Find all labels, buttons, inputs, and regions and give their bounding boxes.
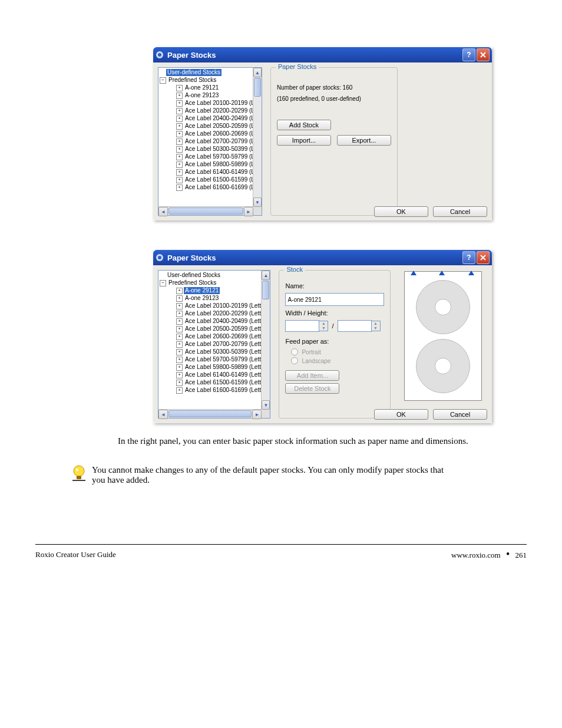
expand-icon[interactable]: + <box>176 185 183 191</box>
scroll-right-icon[interactable]: ► <box>252 410 262 419</box>
scroll-right-icon[interactable]: ► <box>244 207 253 216</box>
tree-predefined[interactable]: − Predefined Stocks <box>160 77 252 84</box>
tree-item[interactable]: +Ace Label 20200-20299 (Letter <box>160 107 252 115</box>
spin-down-icon[interactable]: ▼ <box>372 326 380 331</box>
scroll-thumb[interactable] <box>254 78 261 97</box>
expand-icon[interactable]: + <box>176 364 183 371</box>
tree-item[interactable]: +Ace Label 20100-20199 (Letter <box>160 302 260 310</box>
tree-item[interactable]: +A-one 29121 <box>160 287 260 295</box>
expand-icon[interactable]: + <box>176 318 183 325</box>
collapse-icon[interactable]: − <box>160 77 166 84</box>
expand-icon[interactable]: + <box>176 169 183 176</box>
expand-icon[interactable]: + <box>176 146 183 153</box>
tree-item[interactable]: +Ace Label 61400-61499 (Letter <box>160 371 260 379</box>
ok-button[interactable]: OK <box>374 409 428 420</box>
tree-item[interactable]: +Ace Label 50300-50399 (Letter <box>160 146 252 153</box>
expand-icon[interactable]: + <box>176 162 183 168</box>
add-stock-button[interactable]: Add Stock <box>277 120 331 130</box>
tree-predefined[interactable]: − Predefined Stocks <box>160 279 260 287</box>
tree-item[interactable]: +Ace Label 59800-59899 (Letter <box>160 161 252 169</box>
portrait-radio[interactable]: Portrait <box>291 348 384 355</box>
expand-icon[interactable]: + <box>176 93 183 99</box>
tree-item[interactable]: +Ace Label 20600-20699 (Letter <box>160 130 252 138</box>
stock-tree[interactable]: User-defined Stocks − Predefined Stocks … <box>158 270 270 419</box>
tree-item[interactable]: +Ace Label 61600-61699 (Letter <box>160 387 260 394</box>
expand-icon[interactable]: + <box>176 311 183 317</box>
scroll-up-icon[interactable]: ▲ <box>262 271 270 280</box>
expand-icon[interactable]: + <box>176 349 183 355</box>
tree-item[interactable]: +Ace Label 61500-61599 (Letter <box>160 379 260 387</box>
tree-item[interactable]: +Ace Label 20200-20299 (Letter <box>160 310 260 318</box>
expand-icon[interactable]: + <box>176 357 183 363</box>
tree-item[interactable]: +Ace Label 20500-20599 (Letter <box>160 325 260 333</box>
scroll-down-icon[interactable]: ▼ <box>262 400 270 410</box>
spin-up-icon[interactable]: ▲ <box>319 321 328 326</box>
spin-down-icon[interactable]: ▼ <box>319 326 328 331</box>
collapse-icon[interactable]: − <box>160 280 166 286</box>
tree-item[interactable]: +Ace Label 20400-20499 (Letter <box>160 318 260 325</box>
expand-icon[interactable]: + <box>176 116 183 122</box>
expand-icon[interactable]: + <box>176 177 183 183</box>
tree-item[interactable]: +Ace Label 61400-61499 (Letter <box>160 169 252 176</box>
import-button[interactable]: Import... <box>277 135 331 146</box>
expand-icon[interactable]: + <box>176 131 183 137</box>
horizontal-scrollbar[interactable]: ◄ ► <box>158 409 262 418</box>
expand-icon[interactable]: + <box>176 341 183 348</box>
horizontal-scrollbar[interactable]: ◄ ► <box>158 206 253 215</box>
tree-item[interactable]: +Ace Label 20700-20799 (Letter <box>160 341 260 348</box>
stock-tree[interactable]: User-defined Stocks − Predefined Stocks … <box>158 67 262 216</box>
expand-icon[interactable]: + <box>176 303 183 309</box>
tree-item[interactable]: +Ace Label 20100-20199 (Letter <box>160 100 252 107</box>
expand-icon[interactable]: + <box>176 154 183 160</box>
help-button[interactable]: ? <box>462 251 475 264</box>
expand-icon[interactable]: + <box>176 100 183 107</box>
scroll-up-icon[interactable]: ▲ <box>253 68 262 77</box>
expand-icon[interactable]: + <box>176 139 183 145</box>
close-button[interactable] <box>477 48 490 61</box>
scroll-down-icon[interactable]: ▼ <box>253 197 262 207</box>
help-button[interactable]: ? <box>462 48 475 61</box>
width-spinner[interactable]: ▲▼ <box>285 320 328 332</box>
tree-item[interactable]: +Ace Label 20400-20499 (Letter <box>160 115 252 123</box>
expand-icon[interactable]: + <box>176 387 183 394</box>
expand-icon[interactable]: + <box>176 123 183 130</box>
scroll-thumb[interactable] <box>262 281 269 299</box>
close-button[interactable] <box>477 251 490 264</box>
tree-item[interactable]: +Ace Label 61600-61699 (Letter <box>160 184 252 192</box>
scroll-left-icon[interactable]: ◄ <box>158 410 168 419</box>
expand-icon[interactable]: + <box>176 380 183 386</box>
tree-item[interactable]: +Ace Label 59800-59899 (Letter <box>160 364 260 371</box>
expand-icon[interactable]: + <box>176 326 183 332</box>
tree-item[interactable]: +Ace Label 20600-20699 (Letter <box>160 333 260 341</box>
height-spinner[interactable]: ▲▼ <box>338 320 381 332</box>
ok-button[interactable]: OK <box>374 206 428 217</box>
tree-item[interactable]: +Ace Label 59700-59799 (Letter <box>160 356 260 364</box>
landscape-radio[interactable]: Landscape <box>291 357 384 364</box>
scroll-thumb-h[interactable] <box>168 410 252 417</box>
cancel-button[interactable]: Cancel <box>433 409 487 420</box>
tree-item[interactable]: +Ace Label 20500-20599 (Letter <box>160 123 252 130</box>
expand-icon[interactable]: + <box>176 288 183 294</box>
expand-icon[interactable]: + <box>176 108 183 114</box>
tree-item[interactable]: +A-one 29121 <box>160 84 252 92</box>
expand-icon[interactable]: + <box>176 295 183 302</box>
vertical-scrollbar[interactable]: ▲ ▼ <box>253 68 262 207</box>
tree-item[interactable]: +Ace Label 50300-50399 (Letter <box>160 348 260 356</box>
scroll-thumb-h[interactable] <box>168 207 243 215</box>
export-button[interactable]: Export... <box>337 135 391 146</box>
spin-up-icon[interactable]: ▲ <box>372 321 380 326</box>
tree-user-defined[interactable]: User-defined Stocks <box>160 69 252 77</box>
expand-icon[interactable]: + <box>176 372 183 378</box>
stock-name-input[interactable] <box>285 293 384 306</box>
expand-icon[interactable]: + <box>176 85 183 91</box>
tree-item[interactable]: +A-one 29123 <box>160 295 260 302</box>
scroll-left-icon[interactable]: ◄ <box>158 207 168 216</box>
tree-item[interactable]: +Ace Label 20700-20799 (Letter <box>160 138 252 146</box>
vertical-scrollbar[interactable]: ▲ ▼ <box>261 271 270 410</box>
tree-item[interactable]: +Ace Label 59700-59799 (Letter <box>160 153 252 161</box>
cancel-button[interactable]: Cancel <box>433 206 487 217</box>
tree-item[interactable]: +Ace Label 61500-61599 (Letter <box>160 176 252 184</box>
tree-user-defined[interactable]: User-defined Stocks <box>160 272 260 279</box>
expand-icon[interactable]: + <box>176 334 183 340</box>
tree-item[interactable]: +A-one 29123 <box>160 92 252 100</box>
